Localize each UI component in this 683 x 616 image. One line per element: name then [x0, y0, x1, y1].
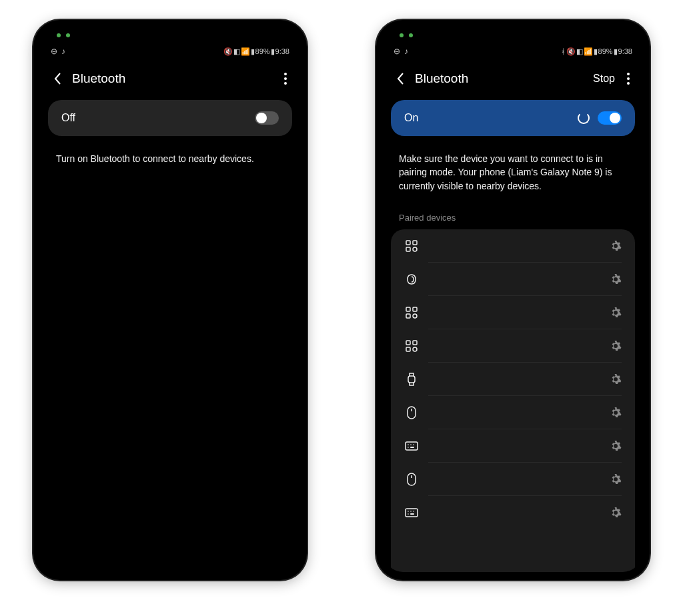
page-title: Bluetooth — [72, 71, 284, 86]
paired-devices-header: Paired devices — [384, 205, 642, 229]
cast-icon: ◧ — [233, 47, 240, 56]
mouse-icon — [404, 406, 419, 419]
page-title: Bluetooth — [415, 71, 593, 86]
svg-rect-16 — [406, 347, 410, 351]
screen-left: ⊖ ♪ 🔇 ◧ 📶 ▮ 89% ▮ 9:38 Bluetooth Of — [41, 28, 299, 572]
svg-rect-27 — [408, 473, 416, 485]
svg-rect-7 — [413, 241, 417, 245]
device-row[interactable] — [391, 429, 635, 463]
mute-icon: 🔇 — [223, 47, 233, 56]
svg-point-23 — [410, 444, 412, 445]
svg-rect-15 — [413, 341, 417, 345]
device-settings-button[interactable] — [610, 240, 622, 252]
svg-rect-21 — [406, 442, 418, 450]
device-settings-button[interactable] — [610, 340, 622, 352]
device-row[interactable] — [391, 296, 635, 329]
help-text: Turn on Bluetooth to connect to nearby d… — [41, 140, 299, 177]
svg-rect-8 — [406, 247, 410, 251]
svg-point-1 — [284, 77, 287, 80]
svg-point-9 — [413, 247, 417, 251]
grid-icon — [404, 307, 419, 319]
svg-point-5 — [627, 82, 630, 85]
svg-point-31 — [410, 511, 412, 512]
device-settings-button[interactable] — [610, 407, 622, 419]
paired-device-list — [391, 229, 635, 572]
status-bar: ⊖ ♪ 🔇 ◧ 📶 ▮ 89% ▮ 9:38 — [41, 41, 299, 61]
svg-point-33 — [408, 513, 409, 515]
battery-icon: ▮ — [614, 47, 618, 56]
battery-icon: ▮ — [271, 47, 275, 56]
svg-point-17 — [413, 347, 417, 351]
clock: 9:38 — [618, 47, 632, 55]
keyboard-icon — [404, 508, 419, 517]
dnd-icon: ⊖ — [394, 47, 400, 56]
device-row[interactable] — [391, 263, 635, 296]
keyboard-icon — [404, 441, 419, 451]
back-button[interactable] — [53, 72, 61, 85]
phone-frame-left: ⊖ ♪ 🔇 ◧ 📶 ▮ 89% ▮ 9:38 Bluetooth Of — [33, 20, 307, 580]
svg-rect-19 — [408, 407, 416, 419]
svg-rect-12 — [406, 314, 410, 318]
app-bar: Bluetooth Stop — [384, 61, 642, 96]
more-button[interactable] — [627, 73, 630, 85]
device-row[interactable] — [391, 363, 635, 396]
device-row[interactable] — [391, 229, 635, 263]
bluetooth-icon: ᚼ — [561, 47, 566, 55]
more-button[interactable] — [284, 73, 287, 85]
wifi-icon: 📶 — [584, 47, 593, 56]
music-icon: ♪ — [404, 47, 408, 56]
svg-point-0 — [284, 73, 287, 75]
device-settings-button[interactable] — [610, 440, 622, 452]
device-settings-button[interactable] — [610, 307, 622, 319]
status-bar: ⊖ ♪ ᚼ 🔇 ◧ 📶 ▮ 89% ▮ 9:38 — [384, 41, 642, 61]
svg-point-4 — [627, 77, 630, 80]
battery-percent: 89% — [255, 47, 270, 55]
music-icon: ♪ — [61, 47, 65, 56]
scanning-spinner-icon — [578, 112, 590, 124]
svg-point-2 — [284, 82, 287, 85]
stop-button[interactable]: Stop — [593, 73, 615, 85]
camera-dots — [400, 33, 413, 37]
help-text: Make sure the device you want to connect… — [384, 140, 642, 205]
bluetooth-switch[interactable] — [255, 111, 279, 125]
svg-rect-10 — [406, 307, 410, 311]
svg-point-24 — [413, 444, 414, 445]
mute-icon: 🔇 — [566, 47, 576, 56]
svg-rect-26 — [410, 447, 414, 448]
earbud-icon — [404, 273, 419, 285]
device-settings-button[interactable] — [610, 373, 622, 385]
bluetooth-toggle-card[interactable]: Off — [48, 100, 292, 136]
svg-point-32 — [413, 511, 414, 512]
mouse-icon — [404, 473, 419, 486]
battery-percent: 89% — [598, 47, 613, 55]
device-settings-button[interactable] — [610, 273, 622, 285]
svg-rect-29 — [406, 509, 418, 517]
device-row[interactable] — [391, 496, 635, 529]
wifi-icon: 📶 — [241, 47, 250, 56]
device-settings-button[interactable] — [610, 507, 622, 519]
device-row[interactable] — [391, 463, 635, 496]
svg-rect-18 — [408, 376, 415, 383]
phone-frame-right: ⊖ ♪ ᚼ 🔇 ◧ 📶 ▮ 89% ▮ 9:38 Bluetooth Stop — [376, 20, 650, 580]
svg-rect-6 — [406, 241, 410, 245]
svg-rect-34 — [410, 513, 414, 515]
camera-dots — [57, 33, 70, 37]
grid-icon — [404, 240, 419, 252]
device-row[interactable] — [391, 329, 635, 363]
device-settings-button[interactable] — [610, 473, 622, 485]
watch-icon — [404, 373, 419, 386]
back-button[interactable] — [396, 72, 404, 85]
svg-rect-14 — [406, 341, 410, 345]
screen-right: ⊖ ♪ ᚼ 🔇 ◧ 📶 ▮ 89% ▮ 9:38 Bluetooth Stop — [384, 28, 642, 572]
dnd-icon: ⊖ — [51, 47, 57, 56]
bluetooth-toggle-card[interactable]: On — [391, 100, 635, 136]
device-row[interactable] — [391, 396, 635, 429]
bluetooth-switch[interactable] — [598, 111, 622, 125]
toggle-label: Off — [61, 112, 255, 124]
grid-icon — [404, 340, 419, 352]
svg-point-13 — [413, 314, 417, 318]
cast-icon: ◧ — [576, 47, 583, 56]
clock: 9:38 — [275, 47, 289, 55]
toggle-label: On — [404, 112, 578, 124]
svg-point-25 — [408, 447, 409, 448]
